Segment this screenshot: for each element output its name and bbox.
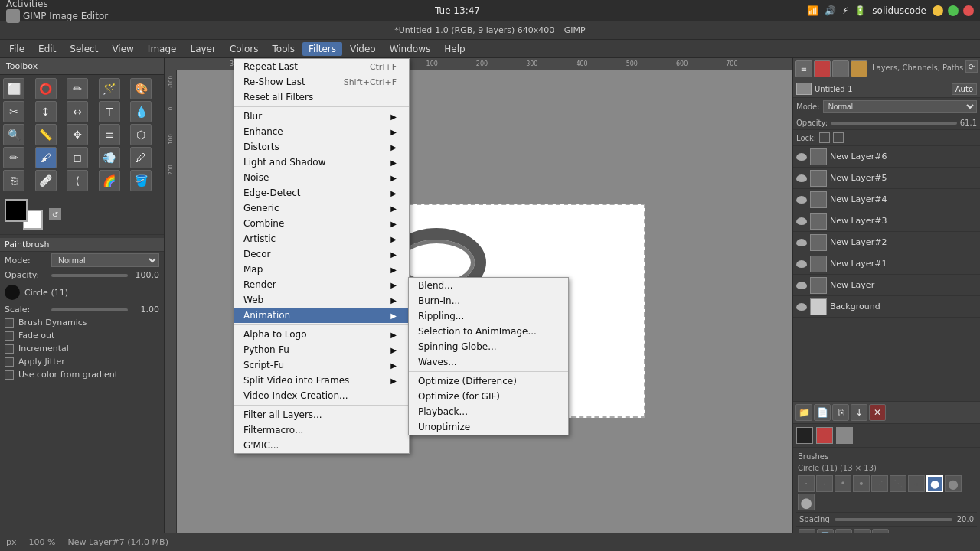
- tool-measure[interactable]: 📏: [35, 124, 57, 145]
- menu-layer[interactable]: Layer: [184, 42, 221, 56]
- brush-item[interactable]: •: [853, 475, 870, 492]
- layer-row[interactable]: New Layer#5: [793, 168, 980, 189]
- menu-edge-detect[interactable]: Edge-Detect ▶: [234, 185, 409, 201]
- color-gradient-checkbox[interactable]: [5, 370, 14, 380]
- menu-alpha-to-logo[interactable]: Alpha to Logo ▶: [234, 327, 409, 342]
- visibility-icon[interactable]: [796, 217, 807, 225]
- incremental-checkbox[interactable]: [5, 344, 14, 354]
- animation-submenu[interactable]: Blend... Burn-In... Rippling... Selectio…: [408, 277, 569, 435]
- menu-filtermacro[interactable]: Filtermacro...: [234, 422, 409, 438]
- tool-pencil[interactable]: ✏: [3, 147, 24, 168]
- color-reset[interactable]: ↺: [49, 208, 61, 220]
- menu-help[interactable]: Help: [438, 42, 471, 56]
- visibility-icon[interactable]: [796, 260, 807, 268]
- minimize-button[interactable]: [933, 5, 943, 16]
- brush-item[interactable]: ●: [798, 494, 815, 510]
- lock-alpha-checkbox[interactable]: [819, 132, 830, 143]
- layer-row[interactable]: New Layer: [793, 275, 980, 296]
- tool-perspective[interactable]: ⟨: [67, 170, 88, 191]
- menu-blur[interactable]: Blur ▶: [234, 109, 409, 124]
- menu-render[interactable]: Render ▶: [234, 277, 409, 292]
- fadeout-checkbox[interactable]: [5, 331, 14, 341]
- tool-rect-select[interactable]: ⬜: [3, 78, 24, 99]
- menu-file[interactable]: File: [3, 42, 31, 56]
- menu-filters[interactable]: Filters: [302, 42, 342, 56]
- layer-opacity-slider[interactable]: [831, 122, 957, 125]
- merge-down-button[interactable]: ↓: [851, 404, 867, 421]
- brush-item[interactable]: ·: [798, 475, 815, 492]
- tool-eraser[interactable]: ◻: [67, 147, 88, 168]
- panel-auto[interactable]: ⟳: [965, 60, 978, 73]
- swatch-red[interactable]: [816, 427, 833, 444]
- user-icon[interactable]: soliduscode: [872, 5, 926, 16]
- submenu-burn-in[interactable]: Burn-In...: [409, 293, 568, 308]
- mode-select[interactable]: Normal: [51, 253, 159, 267]
- layer-mode-select[interactable]: Normal: [823, 100, 977, 113]
- tool-transform[interactable]: ↕: [35, 101, 57, 122]
- layer-row[interactable]: New Layer#1: [793, 253, 980, 275]
- jitter-checkbox[interactable]: [5, 357, 14, 367]
- visibility-icon[interactable]: [796, 174, 807, 182]
- volume-icon[interactable]: 🔊: [825, 5, 836, 16]
- brush-item[interactable]: ●: [945, 475, 962, 492]
- tool-color-picker[interactable]: 💧: [130, 101, 152, 122]
- menu-animation[interactable]: Animation ▶: [234, 308, 409, 323]
- menu-tools[interactable]: Tools: [266, 42, 302, 56]
- submenu-playback[interactable]: Playback...: [409, 404, 568, 419]
- tool-bucket-fill[interactable]: 🪣: [130, 170, 152, 191]
- network-icon[interactable]: 📶: [807, 5, 818, 16]
- layer-row[interactable]: New Layer#3: [793, 210, 980, 232]
- menu-decor[interactable]: Decor ▶: [234, 246, 409, 262]
- tool-ellipse-select[interactable]: ⭕: [35, 78, 57, 99]
- menu-generic[interactable]: Generic ▶: [234, 201, 409, 216]
- tool-free-select[interactable]: ✏: [67, 78, 88, 99]
- menu-artistic[interactable]: Artistic ▶: [234, 231, 409, 246]
- tool-airbrush[interactable]: 💨: [99, 147, 120, 168]
- tool-blend[interactable]: 🌈: [99, 170, 120, 191]
- submenu-rippling[interactable]: Rippling...: [409, 308, 568, 324]
- menu-split-video[interactable]: Split Video into Frames ▶: [234, 373, 409, 388]
- menu-colors[interactable]: Colors: [224, 42, 265, 56]
- swatch-black[interactable]: [796, 427, 813, 444]
- menu-image[interactable]: Image: [142, 42, 183, 56]
- tab-channels[interactable]: [814, 60, 831, 77]
- menu-video[interactable]: Video: [344, 42, 382, 56]
- menu-gmic[interactable]: G'MIC...: [234, 438, 409, 453]
- menu-select[interactable]: Select: [64, 42, 104, 56]
- menu-enhance[interactable]: Enhance ▶: [234, 124, 409, 139]
- swatch-gray[interactable]: [836, 427, 853, 444]
- brush-item[interactable]: •: [835, 475, 851, 492]
- tab-paths[interactable]: [832, 60, 849, 77]
- auto-button[interactable]: Auto: [952, 83, 977, 95]
- tool-fuzzy-select[interactable]: 🪄: [99, 78, 120, 99]
- tool-text[interactable]: T: [99, 101, 120, 122]
- submenu-selection-to-anim[interactable]: Selection to AnimImage...: [409, 324, 568, 339]
- submenu-blend[interactable]: Blend...: [409, 278, 568, 293]
- tool-paths[interactable]: ⬡: [130, 124, 152, 145]
- close-button[interactable]: [963, 5, 974, 16]
- brush-item-selected[interactable]: ●: [926, 475, 943, 492]
- layer-row[interactable]: New Layer#2: [793, 232, 980, 253]
- spacing-slider[interactable]: [835, 518, 952, 521]
- menu-edit[interactable]: Edit: [32, 42, 62, 56]
- menu-repeat-last[interactable]: Repeat Last Ctrl+F: [234, 59, 409, 74]
- tool-clone[interactable]: ⎘: [3, 170, 24, 191]
- battery-icon[interactable]: 🔋: [854, 5, 866, 16]
- tool-by-color[interactable]: 🎨: [130, 78, 152, 99]
- dynamics-checkbox[interactable]: [5, 318, 14, 328]
- menu-combine[interactable]: Combine ▶: [234, 216, 409, 231]
- new-layer-button[interactable]: 📄: [814, 404, 831, 421]
- layer-row[interactable]: New Layer#4: [793, 189, 980, 210]
- scale-slider[interactable]: [51, 308, 128, 311]
- tool-move[interactable]: ✥: [67, 124, 88, 145]
- menu-python-fu[interactable]: Python-Fu ▶: [234, 342, 409, 357]
- submenu-waves[interactable]: Waves...: [409, 354, 568, 370]
- tool-crop[interactable]: ✂: [3, 101, 24, 122]
- filters-dropdown[interactable]: Repeat Last Ctrl+F Re-Show Last Shift+Ct…: [234, 58, 410, 454]
- tool-flip[interactable]: ↔: [67, 101, 88, 122]
- menu-windows[interactable]: Windows: [384, 42, 437, 56]
- tool-paintbrush[interactable]: 🖌: [35, 147, 57, 168]
- menu-reset-all-filters[interactable]: Reset all Filters: [234, 90, 409, 105]
- layer-row-background[interactable]: Background: [793, 296, 980, 318]
- menu-script-fu[interactable]: Script-Fu ▶: [234, 357, 409, 373]
